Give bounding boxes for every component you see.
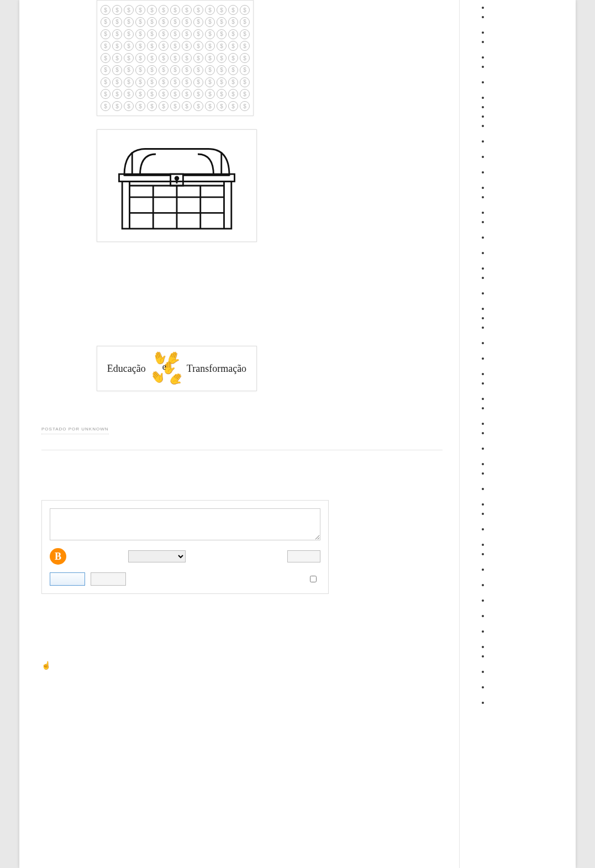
sidebar-item[interactable]	[482, 185, 565, 188]
coin-icon: $	[135, 77, 145, 87]
sidebar-item[interactable]	[482, 380, 565, 383]
sidebar-item[interactable]	[482, 54, 565, 57]
sidebar-item[interactable]	[482, 194, 565, 197]
sidebar-item[interactable]	[482, 669, 565, 672]
sidebar-item[interactable]	[482, 699, 565, 703]
sidebar-item[interactable]	[482, 250, 565, 253]
coin-icon: $	[217, 29, 227, 39]
coin-icon: $	[147, 29, 157, 39]
sidebar-item[interactable]	[482, 39, 565, 42]
sidebar-item[interactable]	[482, 209, 565, 213]
coin-icon: $	[112, 65, 122, 75]
coin-icon: $	[182, 77, 192, 87]
sidebar-item[interactable]	[482, 154, 565, 157]
sidebar-item[interactable]	[482, 123, 565, 126]
post-image-coins[interactable]: $$$$$$$$$$$$$$$$$$$$$$$$$$$$$$$$$$$$$$$$…	[97, 0, 254, 116]
coin-icon: $	[182, 101, 192, 111]
coin-icon: $	[205, 101, 215, 111]
sidebar-item[interactable]	[482, 4, 565, 8]
coin-icon: $	[205, 41, 215, 51]
sidebar-item[interactable]	[482, 104, 565, 107]
coin-icon: $	[205, 29, 215, 39]
post-image-chest[interactable]	[97, 129, 257, 242]
sidebar-item[interactable]	[482, 461, 565, 464]
sidebar	[459, 0, 576, 868]
preview-button[interactable]	[91, 572, 126, 586]
sidebar-item[interactable]	[482, 526, 565, 529]
comment-small-box[interactable]	[287, 550, 320, 562]
sidebar-item[interactable]	[482, 396, 565, 399]
sidebar-item[interactable]	[482, 541, 565, 545]
sidebar-item[interactable]	[482, 219, 565, 222]
coin-icon: $	[217, 41, 227, 51]
sidebar-item[interactable]	[482, 275, 565, 278]
sidebar-item[interactable]	[482, 306, 565, 309]
treasure-chest-icon	[101, 133, 253, 238]
pointer-icon: ☝	[41, 661, 51, 670]
sidebar-item[interactable]	[482, 470, 565, 474]
coin-icon: $	[124, 5, 134, 15]
sidebar-item[interactable]	[482, 64, 565, 67]
sidebar-item[interactable]	[482, 14, 565, 17]
sidebar-item[interactable]	[482, 653, 565, 656]
coin-icon: $	[193, 29, 203, 39]
coin-icon: $	[101, 17, 110, 27]
sidebar-item[interactable]	[482, 644, 565, 647]
sidebar-item[interactable]	[482, 430, 565, 433]
coin-icon: $	[170, 53, 180, 63]
sidebar-item[interactable]	[482, 566, 565, 570]
sidebar-item[interactable]	[482, 551, 565, 554]
coin-row: $$$$$$$$$$$$$	[101, 5, 250, 15]
sidebar-item[interactable]	[482, 355, 565, 359]
coin-row: $$$$$$$$$$$$$	[101, 29, 250, 39]
sidebar-item[interactable]	[482, 613, 565, 616]
coin-icon: $	[193, 65, 203, 75]
sidebar-item[interactable]	[482, 340, 565, 343]
coin-row: $$$$$$$$$$$$$	[101, 17, 250, 27]
coin-icon: $	[101, 53, 110, 63]
coin-icon: $	[193, 17, 203, 27]
notify-checkbox[interactable]	[310, 576, 317, 582]
coin-icon: $	[170, 41, 180, 51]
sidebar-item[interactable]	[482, 138, 565, 141]
sidebar-item[interactable]	[482, 113, 565, 117]
coin-icon: $	[112, 5, 122, 15]
logo-word-right: Transformação	[187, 363, 246, 375]
sidebar-item[interactable]	[482, 597, 565, 601]
sidebar-item[interactable]	[482, 501, 565, 504]
sidebar-item[interactable]	[482, 420, 565, 424]
coin-icon: $	[217, 5, 227, 15]
coin-icon: $	[135, 17, 145, 27]
coin-icon: $	[101, 101, 110, 111]
sidebar-item[interactable]	[482, 315, 565, 318]
publish-button[interactable]	[50, 572, 85, 586]
sidebar-item[interactable]	[482, 29, 565, 33]
comment-identity-select[interactable]	[128, 550, 186, 562]
sidebar-item[interactable]	[482, 169, 565, 172]
sidebar-item[interactable]	[482, 511, 565, 514]
sidebar-item[interactable]	[482, 79, 565, 82]
coin-icon: $	[228, 29, 238, 39]
sidebar-item[interactable]	[482, 94, 565, 98]
coin-icon: $	[240, 101, 250, 111]
sidebar-item[interactable]	[482, 445, 565, 449]
sidebar-item[interactable]	[482, 371, 565, 374]
sidebar-item[interactable]	[482, 324, 565, 328]
sidebar-item[interactable]	[482, 582, 565, 585]
post-image-logo[interactable]: Educação ✋ ✋ ✋ ✋ ✋ e Transformação	[97, 346, 257, 391]
coin-icon: $	[182, 53, 192, 63]
sidebar-item[interactable]	[482, 405, 565, 408]
sidebar-item[interactable]	[482, 684, 565, 687]
sidebar-item[interactable]	[482, 265, 565, 269]
notify-checkbox-wrap[interactable]	[308, 574, 320, 584]
coin-icon: $	[217, 101, 227, 111]
coin-icon: $	[217, 65, 227, 75]
coin-icon: $	[205, 17, 215, 27]
sidebar-item[interactable]	[482, 290, 565, 293]
coin-icon: $	[228, 101, 238, 111]
coin-icon: $	[182, 29, 192, 39]
sidebar-item[interactable]	[482, 628, 565, 632]
sidebar-item[interactable]	[482, 486, 565, 489]
comment-textarea[interactable]	[50, 508, 320, 540]
sidebar-item[interactable]	[482, 234, 565, 238]
